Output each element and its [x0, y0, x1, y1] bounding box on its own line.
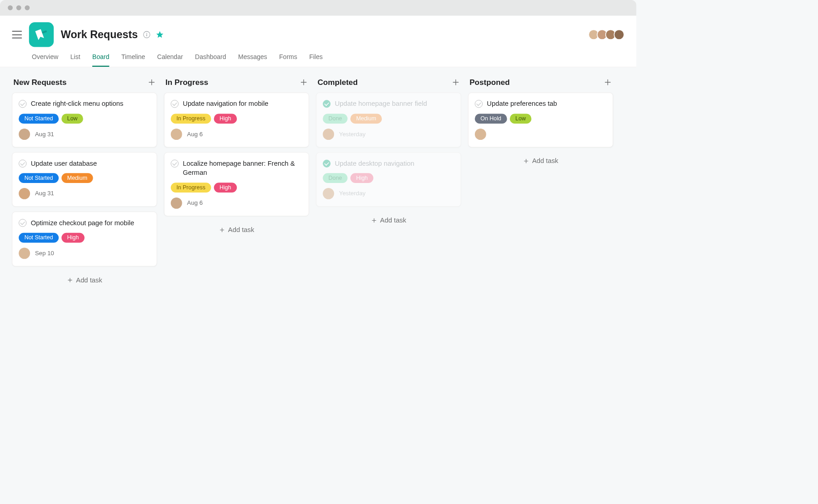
tag-notstarted: Not Started — [19, 233, 59, 243]
check-circle-icon[interactable] — [171, 159, 179, 167]
due-date: Aug 31 — [35, 131, 54, 138]
task-card[interactable]: Update user databaseNot StartedMediumAug… — [12, 152, 157, 207]
tag-low: Low — [510, 114, 532, 124]
task-title: Localize homepage banner: French & Germa… — [183, 159, 302, 178]
add-task-label: Add task — [380, 217, 406, 224]
task-title: Update homepage banner field — [335, 99, 427, 109]
tab-messages[interactable]: Messages — [238, 53, 267, 67]
column: PostponedUpdate preferences tabOn HoldLo… — [468, 75, 613, 169]
tag-high: High — [61, 233, 84, 243]
header: Work Requests — [0, 16, 636, 47]
assignee-avatar[interactable] — [323, 188, 334, 199]
column: In ProgressUpdate navigation for mobileI… — [164, 75, 309, 238]
tab-calendar[interactable]: Calendar — [157, 53, 183, 67]
check-circle-icon[interactable] — [19, 219, 26, 227]
plus-icon[interactable] — [604, 79, 612, 86]
task-title: Update preferences tab — [487, 99, 557, 109]
tag-medium: Medium — [61, 173, 93, 183]
board: New RequestsCreate right-click menu opti… — [0, 67, 636, 385]
tag-notstarted: Not Started — [19, 114, 59, 124]
menu-button[interactable] — [12, 31, 22, 39]
plus-icon[interactable] — [148, 79, 155, 86]
task-card[interactable]: Update desktop navigationDoneHighYesterd… — [316, 152, 461, 207]
avatar[interactable] — [614, 30, 624, 40]
window-close-dot[interactable] — [8, 5, 13, 10]
assignee-avatar[interactable] — [19, 188, 30, 199]
tab-files[interactable]: Files — [309, 53, 323, 67]
assignee-avatar[interactable] — [19, 128, 30, 140]
task-card[interactable]: Optimize checkout page for mobileNot Sta… — [12, 212, 157, 266]
task-card[interactable]: Localize homepage banner: French & Germa… — [164, 152, 309, 216]
tag-onhold: On Hold — [475, 114, 507, 124]
assignee-avatar[interactable] — [475, 128, 486, 140]
svg-rect-0 — [42, 30, 47, 34]
plus-icon — [371, 217, 377, 224]
due-date: Aug 31 — [35, 190, 54, 198]
add-task-button[interactable]: Add task — [468, 152, 613, 170]
plus-icon — [523, 158, 529, 164]
column-header: New Requests — [12, 75, 157, 92]
tab-board[interactable]: Board — [92, 53, 109, 67]
plus-icon — [219, 227, 225, 233]
svg-point-2 — [146, 33, 147, 34]
bookmark-icon — [34, 28, 48, 42]
tag-notstarted: Not Started — [19, 173, 59, 183]
tag-high: High — [214, 183, 237, 193]
window-minimize-dot[interactable] — [16, 5, 21, 10]
task-card[interactable]: Update navigation for mobileIn ProgressH… — [164, 93, 309, 147]
assignee-avatar[interactable] — [171, 128, 182, 140]
plus-icon[interactable] — [300, 79, 308, 86]
assignee-avatar[interactable] — [19, 247, 30, 259]
tab-list[interactable]: List — [70, 53, 80, 67]
add-task-button[interactable]: Add task — [12, 271, 157, 289]
column-title: In Progress — [165, 78, 208, 87]
tag-low: Low — [61, 114, 83, 124]
task-card[interactable]: Update preferences tabOn HoldLow — [468, 93, 613, 147]
check-circle-icon[interactable] — [171, 100, 179, 108]
task-title: Update navigation for mobile — [183, 99, 268, 109]
task-title: Create right-click menu options — [31, 99, 124, 109]
check-circle-icon[interactable] — [19, 100, 26, 108]
add-task-button[interactable]: Add task — [164, 221, 309, 239]
check-circle-icon[interactable] — [323, 159, 330, 167]
due-date: Yesterday — [339, 190, 365, 198]
column-header: Postponed — [468, 75, 613, 92]
tab-forms[interactable]: Forms — [279, 53, 297, 67]
tabs: OverviewListBoardTimelineCalendarDashboa… — [0, 47, 636, 67]
svg-rect-3 — [146, 35, 147, 36]
add-task-label: Add task — [532, 157, 559, 165]
column: CompletedUpdate homepage banner fieldDon… — [316, 75, 461, 229]
check-circle-icon[interactable] — [475, 100, 483, 108]
check-circle-icon[interactable] — [19, 159, 26, 167]
member-avatars[interactable] — [590, 30, 624, 40]
window-chrome — [0, 0, 636, 15]
assignee-avatar[interactable] — [323, 128, 334, 140]
tab-timeline[interactable]: Timeline — [121, 53, 145, 67]
project-icon — [29, 22, 54, 47]
star-icon[interactable] — [155, 30, 164, 39]
due-date: Aug 6 — [187, 199, 203, 207]
column-title: New Requests — [14, 78, 67, 87]
tag-high: High — [350, 173, 373, 183]
column-header: Completed — [316, 75, 461, 92]
column: New RequestsCreate right-click menu opti… — [12, 75, 157, 289]
plus-icon — [67, 277, 73, 283]
tag-done: Done — [323, 173, 348, 183]
tag-inprogress: In Progress — [171, 114, 211, 124]
due-date: Aug 6 — [187, 131, 203, 138]
info-icon[interactable] — [143, 31, 150, 39]
due-date: Sep 10 — [35, 250, 54, 257]
tag-high: High — [214, 114, 237, 124]
project-title: Work Requests — [61, 29, 138, 40]
tab-overview[interactable]: Overview — [32, 53, 58, 67]
tag-inprogress: In Progress — [171, 183, 211, 193]
column-header: In Progress — [164, 75, 309, 92]
assignee-avatar[interactable] — [171, 198, 182, 209]
check-circle-icon[interactable] — [323, 100, 330, 108]
window-maximize-dot[interactable] — [25, 5, 30, 10]
task-card[interactable]: Update homepage banner fieldDoneMediumYe… — [316, 93, 461, 147]
plus-icon[interactable] — [452, 79, 459, 86]
tab-dashboard[interactable]: Dashboard — [195, 53, 226, 67]
add-task-button[interactable]: Add task — [316, 212, 461, 229]
task-card[interactable]: Create right-click menu optionsNot Start… — [12, 93, 157, 147]
